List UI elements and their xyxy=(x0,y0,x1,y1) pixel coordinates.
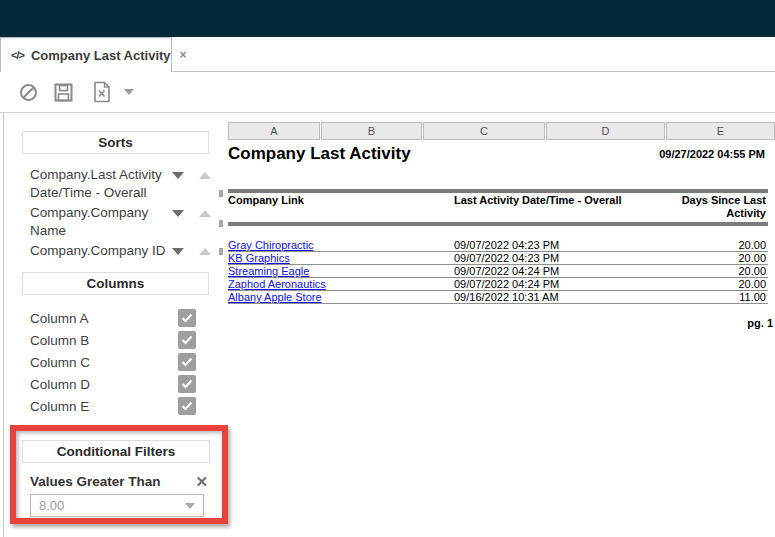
checkmark-icon xyxy=(181,335,193,345)
days-since-cell: 20.00 xyxy=(738,239,766,251)
checkmark-icon xyxy=(181,379,193,389)
caret-down-icon xyxy=(185,503,195,509)
export-excel-button[interactable] xyxy=(87,81,117,103)
save-button[interactable] xyxy=(52,81,74,103)
table-header-row: Company Link Last Activity Date/Time - O… xyxy=(228,194,768,221)
app-window: </> Company Last Activity × xyxy=(0,0,775,537)
report-title-row: Company Last Activity 09/27/2022 04:55 P… xyxy=(228,144,768,164)
column-e-checkbox[interactable] xyxy=(178,397,196,415)
block-button[interactable] xyxy=(17,81,39,103)
report-settings-sidebar: Sorts Company.Last Activity Date/Time - … xyxy=(0,113,228,537)
column-toggle-row: Column D xyxy=(30,375,196,393)
last-activity-cell: 09/07/2022 04:24 PM xyxy=(454,265,559,277)
table-rule-top xyxy=(228,189,768,193)
sort-ascending-icon[interactable] xyxy=(199,172,211,179)
top-navigation-bar xyxy=(0,0,775,37)
table-row: Albany Apple Store 09/16/2022 10:31 AM 1… xyxy=(228,291,768,304)
sorts-section-header: Sorts xyxy=(22,131,209,154)
sheet-column-header: A xyxy=(228,122,320,140)
sort-descending-icon[interactable] xyxy=(172,248,184,255)
excel-export-icon xyxy=(92,81,112,103)
table-row: Gray Chiropractic 09/07/2022 04:23 PM 20… xyxy=(228,239,768,252)
column-label: Column D xyxy=(30,377,90,392)
checkmark-icon xyxy=(181,357,193,367)
column-header-last-activity: Last Activity Date/Time - Overall xyxy=(454,194,634,207)
report-title: Company Last Activity xyxy=(228,144,411,164)
tab-label: Company Last Activity xyxy=(31,48,171,63)
remove-filter-icon[interactable]: ✕ xyxy=(195,475,208,489)
annotation-highlight: Conditional Filters Values Greater Than … xyxy=(10,425,228,524)
last-activity-cell: 09/07/2022 04:24 PM xyxy=(454,278,559,290)
sort-row-grip xyxy=(219,220,223,227)
checkmark-icon xyxy=(181,313,193,323)
days-since-cell: 20.00 xyxy=(738,278,766,290)
sort-ascending-icon[interactable] xyxy=(199,210,211,217)
block-icon xyxy=(19,83,38,102)
conditional-filters-section-header: Conditional Filters xyxy=(22,440,210,463)
code-icon: </> xyxy=(11,49,24,61)
sorts-list: Company.Last Activity Date/Time - Overal… xyxy=(30,166,214,263)
caret-down-icon xyxy=(124,89,134,95)
filter-row: Values Greater Than ✕ xyxy=(30,474,208,489)
column-label: Column C xyxy=(30,355,90,370)
tab-company-last-activity[interactable]: </> Company Last Activity × xyxy=(0,37,172,72)
sort-item-label: Company.Company Name xyxy=(30,204,170,239)
column-label: Column B xyxy=(30,333,89,348)
toolbar xyxy=(0,72,775,113)
column-d-checkbox[interactable] xyxy=(178,375,196,393)
column-toggle-row: Column E xyxy=(30,397,196,415)
table-row: Zaphod Aeronautics 09/07/2022 04:24 PM 2… xyxy=(228,278,768,291)
sheet-column-header: B xyxy=(321,122,422,140)
save-icon xyxy=(54,83,73,102)
column-toggle-row: Column B xyxy=(30,331,196,349)
columns-section-header: Columns xyxy=(22,272,209,295)
column-header-days-since: Days Since Last Activity xyxy=(676,194,766,220)
sort-item-label: Company.Last Activity Date/Time - Overal… xyxy=(30,166,170,201)
sheet-column-header: C xyxy=(423,122,545,140)
columns-list: Column A Column B Column C Column D xyxy=(30,309,196,419)
sort-item-company-id[interactable]: Company.Company ID xyxy=(30,242,214,260)
sort-item-company-name[interactable]: Company.Company Name xyxy=(30,204,214,239)
report-timestamp: 09/27/2022 04:55 PM xyxy=(659,148,768,160)
days-since-cell: 20.00 xyxy=(738,265,766,277)
last-activity-cell: 09/07/2022 04:23 PM xyxy=(454,239,559,251)
table-row: Streaming Eagle 09/07/2022 04:24 PM 20.0… xyxy=(228,265,768,278)
column-a-checkbox[interactable] xyxy=(178,309,196,327)
company-link[interactable]: Albany Apple Store xyxy=(228,291,322,303)
days-since-cell: 20.00 xyxy=(738,252,766,264)
company-link[interactable]: Gray Chiropractic xyxy=(228,239,314,251)
sheet-column-header: D xyxy=(546,122,665,140)
export-options-button[interactable] xyxy=(122,81,136,103)
column-toggle-row: Column A xyxy=(30,309,196,327)
sort-ascending-icon[interactable] xyxy=(199,248,211,255)
column-header-company-link: Company Link xyxy=(228,194,438,207)
filter-label: Values Greater Than xyxy=(30,474,161,489)
checkmark-icon xyxy=(181,401,193,411)
table-rule-bottom xyxy=(228,222,768,226)
sort-item-last-activity[interactable]: Company.Last Activity Date/Time - Overal… xyxy=(30,166,214,201)
table-row: KB Graphics 09/07/2022 04:23 PM 20.00 xyxy=(228,252,768,265)
sort-row-grip xyxy=(219,248,223,255)
company-link[interactable]: Streaming Eagle xyxy=(228,265,309,277)
page-number: pg. 1 xyxy=(747,317,773,329)
table-body: Gray Chiropractic 09/07/2022 04:23 PM 20… xyxy=(228,239,768,304)
filter-value: 8.00 xyxy=(39,498,64,513)
sort-item-label: Company.Company ID xyxy=(30,242,170,260)
column-b-checkbox[interactable] xyxy=(178,331,196,349)
tab-close-icon[interactable]: × xyxy=(180,48,187,62)
sort-row-grip xyxy=(219,190,223,197)
column-label: Column A xyxy=(30,311,89,326)
column-label: Column E xyxy=(30,399,89,414)
sidebar-left-border xyxy=(3,113,4,537)
column-c-checkbox[interactable] xyxy=(178,353,196,371)
company-link[interactable]: Zaphod Aeronautics xyxy=(228,278,326,290)
last-activity-cell: 09/16/2022 10:31 AM xyxy=(454,291,559,303)
days-since-cell: 11.00 xyxy=(739,291,766,303)
column-toggle-row: Column C xyxy=(30,353,196,371)
company-link[interactable]: KB Graphics xyxy=(228,252,290,264)
sort-descending-icon[interactable] xyxy=(172,210,184,217)
sort-descending-icon[interactable] xyxy=(172,172,184,179)
last-activity-cell: 09/07/2022 04:23 PM xyxy=(454,252,559,264)
sheet-column-header: E xyxy=(666,122,775,140)
filter-value-select[interactable]: 8.00 xyxy=(30,494,204,517)
